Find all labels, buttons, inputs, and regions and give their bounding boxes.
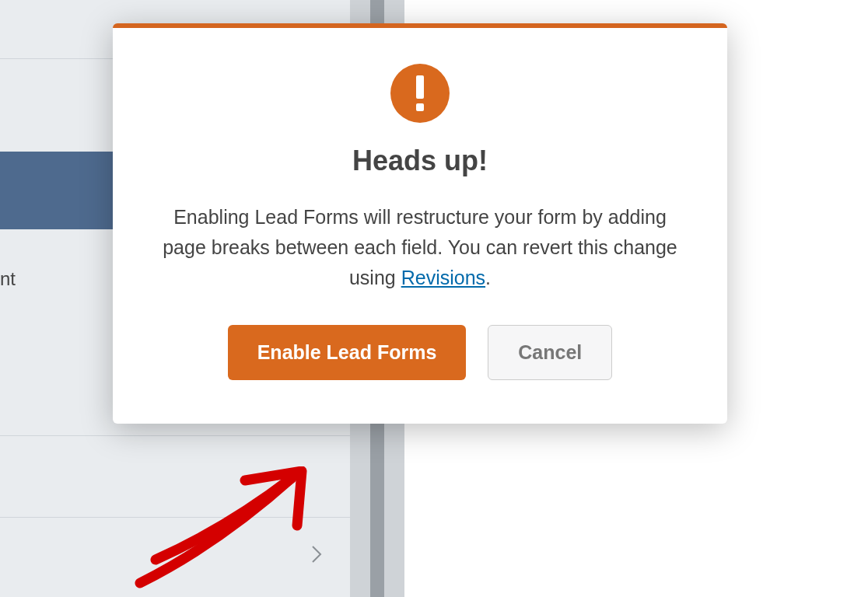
heads-up-modal: Heads up! Enabling Lead Forms will restr…	[113, 23, 727, 424]
exclamation-icon	[390, 64, 450, 123]
background-left-text: nt	[0, 268, 16, 290]
revisions-link[interactable]: Revisions	[401, 267, 485, 288]
modal-icon-wrap	[147, 64, 693, 123]
modal-title: Heads up!	[147, 145, 693, 177]
divider	[0, 517, 350, 518]
modal-button-row: Enable Lead Forms Cancel	[147, 325, 693, 380]
chevron-right-icon	[311, 544, 322, 569]
svg-rect-1	[416, 103, 424, 111]
divider	[0, 435, 350, 436]
modal-message-text-end: .	[485, 267, 491, 288]
svg-rect-0	[416, 75, 424, 99]
enable-lead-forms-button[interactable]: Enable Lead Forms	[228, 325, 467, 380]
modal-message: Enabling Lead Forms will restructure you…	[147, 202, 693, 292]
cancel-button[interactable]: Cancel	[488, 325, 612, 380]
